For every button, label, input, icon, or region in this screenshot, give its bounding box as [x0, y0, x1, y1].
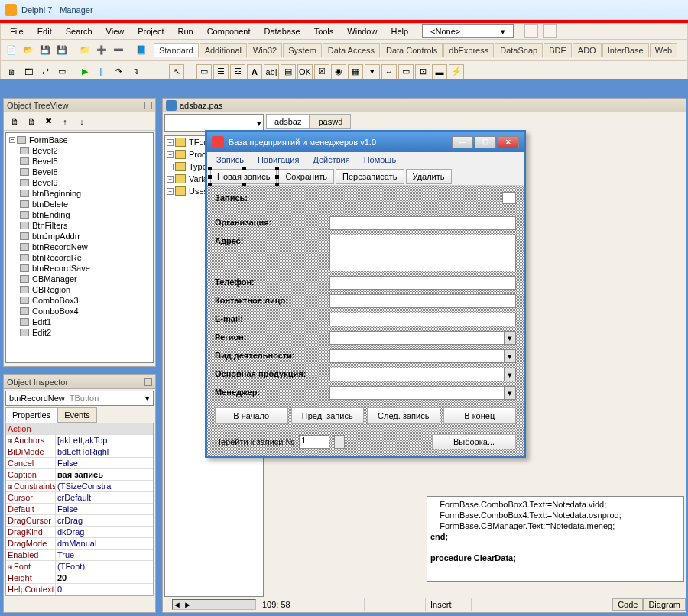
step-over-icon[interactable]: ↷: [111, 64, 126, 79]
combo-manager[interactable]: [329, 386, 516, 400]
tree-item[interactable]: ComboBox3: [8, 295, 151, 306]
tab-properties[interactable]: Properties: [5, 407, 57, 423]
palette-tab-datacontrols[interactable]: Data Controls: [381, 43, 443, 57]
tree-item[interactable]: Bevel5: [8, 156, 151, 167]
comp-actionlist-icon[interactable]: ⚡: [449, 64, 464, 79]
comp-listbox-icon[interactable]: ▦: [348, 64, 363, 79]
menu-run[interactable]: Run: [171, 25, 199, 37]
minimize-button[interactable]: —: [452, 136, 473, 148]
btn-vyborka[interactable]: Выборка...: [432, 434, 516, 449]
palette-tab-system[interactable]: System: [283, 43, 322, 57]
palette-tab-standard[interactable]: Standard: [154, 43, 199, 57]
menu-project[interactable]: Project: [131, 25, 170, 37]
input-contact[interactable]: [329, 294, 516, 308]
tree-root[interactable]: −FormBase: [8, 135, 151, 145]
btn-save[interactable]: Сохранить: [278, 169, 334, 184]
palette-tab-additional[interactable]: Additional: [200, 43, 247, 57]
menu-component[interactable]: Component: [201, 25, 257, 37]
pin-icon[interactable]: [144, 102, 152, 109]
form-designer-window[interactable]: База предприятий и менеджеров v1.0 — ☐ ✕…: [205, 130, 526, 458]
comp-label-icon[interactable]: A: [247, 64, 262, 79]
open-project-icon[interactable]: 📁: [77, 43, 92, 58]
menu-search[interactable]: Search: [60, 25, 99, 37]
comp-edit-icon[interactable]: ab|: [264, 64, 279, 79]
code-area[interactable]: FormBase.ComboBox3.Text:=Notedata.vidd; …: [427, 496, 684, 582]
palette-tab-ado[interactable]: ADO: [573, 43, 602, 57]
comp-checkbox-icon[interactable]: ☒: [314, 64, 329, 79]
comp-radio-icon[interactable]: ◉: [331, 64, 346, 79]
new-items-icon[interactable]: 📄: [4, 43, 19, 58]
input-org[interactable]: [329, 216, 516, 230]
tree-tool-4[interactable]: ↑: [57, 114, 73, 129]
comp-mainmenu-icon[interactable]: ☰: [213, 64, 229, 79]
input-email[interactable]: [329, 313, 516, 326]
tree-item[interactable]: btnRecordRe: [8, 252, 151, 263]
btn-delete[interactable]: Удалить: [406, 169, 452, 184]
tree-item[interactable]: Edit2: [8, 327, 151, 338]
view-form-icon[interactable]: 🗔: [21, 64, 36, 79]
tree-tool-2[interactable]: 🗎: [24, 114, 39, 129]
tree-item[interactable]: Bevel2: [8, 145, 151, 156]
menu-help[interactable]: Help: [385, 25, 414, 37]
spin-goto[interactable]: 1: [299, 435, 329, 449]
tree-item[interactable]: Edit1: [8, 316, 151, 327]
btn-end[interactable]: В конец: [443, 407, 517, 424]
open-icon[interactable]: 📂: [21, 43, 36, 58]
input-tel[interactable]: [329, 276, 516, 290]
saveall-icon[interactable]: 💾: [54, 43, 70, 58]
inspector-combo[interactable]: btnRecordNewTButton▾: [5, 391, 154, 406]
bottom-tab-code[interactable]: Code: [612, 598, 643, 611]
close-button[interactable]: ✕: [498, 136, 519, 148]
dlg-menu-nav[interactable]: Навигация: [252, 154, 305, 166]
palette-tab-bde[interactable]: BDE: [544, 43, 572, 57]
pin-icon[interactable]: [144, 378, 152, 386]
palette-tab-dbexpress[interactable]: dbExpress: [443, 43, 494, 57]
save-icon[interactable]: 💾: [37, 43, 53, 58]
tree-tool-5[interactable]: ↓: [74, 114, 89, 129]
comp-popupmenu-icon[interactable]: ☲: [230, 64, 245, 79]
comp-frame-icon[interactable]: ▭: [196, 64, 212, 79]
menu-view[interactable]: View: [100, 25, 131, 37]
tree-item[interactable]: CBRegion: [8, 284, 151, 295]
btn-rewrite[interactable]: Перезаписать: [336, 169, 404, 184]
btn-begin[interactable]: В начало: [215, 407, 288, 424]
palette-tab-win32[interactable]: Win32: [248, 43, 282, 57]
tree-item[interactable]: btnEnding: [8, 209, 151, 220]
run-icon[interactable]: ▶: [77, 64, 92, 79]
menu-file[interactable]: File: [4, 25, 30, 37]
tree-item[interactable]: btnBeginning: [8, 188, 151, 199]
btn-next[interactable]: След. запись: [367, 407, 440, 424]
toggle-icon[interactable]: ⇄: [37, 64, 53, 79]
editor-tab-paswd[interactable]: paswd: [310, 114, 351, 129]
combo-region[interactable]: [329, 331, 516, 345]
dlg-menu-zapis[interactable]: Запись: [210, 154, 250, 166]
tree-item[interactable]: btnJmpAddrr: [8, 231, 151, 242]
tab-events[interactable]: Events: [57, 407, 97, 423]
combo-osn[interactable]: [329, 368, 516, 381]
comp-groupbox-icon[interactable]: ▭: [398, 64, 414, 79]
record-icon[interactable]: [502, 192, 516, 204]
maximize-button[interactable]: ☐: [475, 136, 496, 148]
tree-item[interactable]: Bevel9: [8, 177, 151, 188]
editor-tab-adsbaz[interactable]: adsbaz: [266, 114, 310, 129]
treeview-body[interactable]: −FormBase Bevel2 Bevel5 Bevel8 Bevel9 bt…: [5, 132, 154, 363]
tree-item[interactable]: btnDelete: [8, 199, 151, 209]
comp-panel-icon[interactable]: ▬: [432, 64, 447, 79]
add-file-icon[interactable]: ➕: [94, 43, 109, 58]
tree-item[interactable]: btnRecordSave: [8, 263, 151, 274]
project-combo[interactable]: <None>▾: [422, 24, 514, 38]
step-into-icon[interactable]: ↴: [128, 64, 143, 79]
tree-item[interactable]: Bevel8: [8, 167, 151, 177]
combo-vid[interactable]: [329, 349, 516, 363]
new-form-icon[interactable]: ▭: [54, 64, 70, 79]
tree-item[interactable]: BtnFilters: [8, 220, 151, 231]
inspector-grid[interactable]: Action Anchors[akLeft,akTop BiDiModebdLe…: [5, 423, 154, 596]
remove-file-icon[interactable]: ➖: [111, 43, 126, 58]
menu-tools[interactable]: Tools: [308, 25, 340, 37]
palette-tab-web[interactable]: Web: [650, 43, 677, 57]
updown-goto[interactable]: [334, 435, 345, 449]
dlg-menu-act[interactable]: Действия: [307, 154, 355, 166]
comp-button-icon[interactable]: OK: [297, 64, 313, 79]
tree-tool-3[interactable]: ✖: [41, 114, 56, 129]
comp-scrollbar-icon[interactable]: ↔: [381, 64, 397, 79]
